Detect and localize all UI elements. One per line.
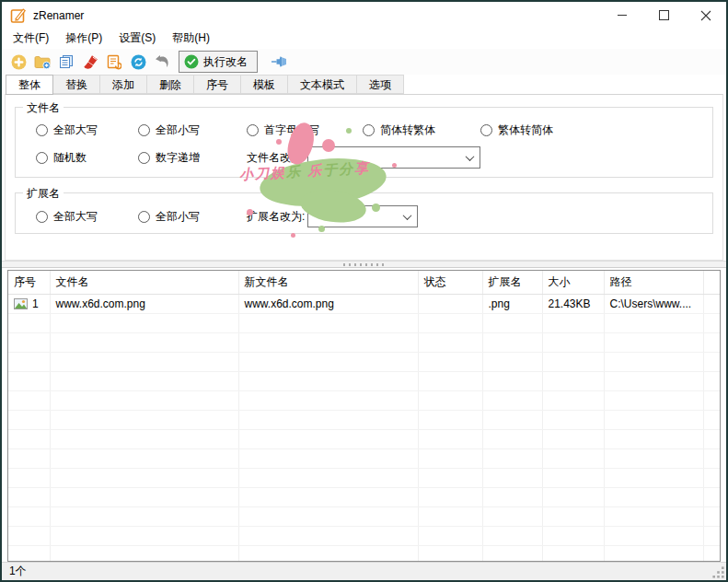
table-row-empty [8,314,720,333]
brush-icon [83,54,98,70]
minimize-button[interactable] [602,2,643,29]
resize-grip-icon[interactable] [712,566,724,578]
radio-label: 全部大写 [53,122,98,138]
radio-label: 简体转繁体 [380,122,435,138]
extension-change-label: 扩展名改为: [247,209,305,225]
radio-icon [36,211,48,223]
cell-size: 21.43KB [542,295,604,314]
close-button[interactable] [685,2,726,29]
table-row-empty [8,507,720,527]
add-files-button[interactable] [6,51,30,73]
radio-label: 全部小写 [156,209,200,225]
radio-random-number[interactable]: 随机数 [36,150,138,166]
tab-number[interactable]: 序号 [194,75,241,94]
menu-operation[interactable]: 操作(P) [57,28,110,49]
file-list-button[interactable] [54,51,78,73]
filename-group-title: 文件名 [23,100,64,116]
radio-simplified-to-traditional[interactable]: 简体转繁体 [363,122,480,138]
add-circle-icon [11,54,27,70]
radio-number-increment[interactable]: 数字递增 [138,150,247,166]
cell-extension: .png [482,295,542,314]
app-window: zRenamer 文件(F) 操作(P) 设置(S) 帮助(H) [0,0,728,582]
window-title: zRenamer [33,9,84,22]
table-row-empty [8,372,720,391]
radio-label: 全部小写 [156,122,200,138]
radio-icon [247,124,259,136]
tab-add[interactable]: 添加 [100,75,147,94]
column-header-status[interactable]: 状态 [418,271,482,295]
panel-splitter[interactable] [2,261,726,268]
column-header-new-filename[interactable]: 新文件名 [238,271,418,295]
add-folder-button[interactable] [30,51,54,73]
radio-icon [480,124,492,136]
column-header-filename[interactable]: 文件名 [50,271,238,295]
tab-delete[interactable]: 删除 [147,75,194,94]
radio-filename-capitalize[interactable]: 首字母大写 [247,122,363,138]
add-folder-icon [34,54,52,70]
tab-replace[interactable]: 替换 [53,75,100,94]
chevron-down-icon [466,152,475,161]
clear-list-button[interactable] [78,51,102,73]
close-icon [700,10,711,21]
pin-button[interactable] [267,51,291,73]
cell-status [418,295,482,314]
check-circle-icon [184,54,199,69]
undo-button[interactable] [150,51,174,73]
execute-rename-label: 执行改名 [203,54,248,70]
table-row-empty [8,333,720,353]
cell-path: C:\Users\www.... [604,295,703,314]
maximize-icon [659,10,669,20]
radio-icon [138,124,150,136]
splitter-grip-icon [343,263,386,266]
cell-index: 1 [32,297,39,310]
tab-panel-whole: 文件名 全部大写 全部小写 首字母大写 简体转繁体 [5,94,723,261]
table-row-empty [8,469,720,488]
column-header-filler [703,271,720,295]
tab-options[interactable]: 选项 [357,75,404,94]
menu-settings[interactable]: 设置(S) [110,28,164,49]
table-empty-body [8,314,720,563]
radio-icon [36,152,48,164]
file-count-label: 1个 [9,564,27,579]
refresh-circle-icon [131,54,146,70]
filename-change-combobox[interactable] [307,146,480,169]
radio-icon [138,211,150,223]
menu-file[interactable]: 文件(F) [5,28,57,49]
radio-icon [138,152,150,164]
column-header-size[interactable]: 大小 [542,271,604,295]
menu-bar: 文件(F) 操作(P) 设置(S) 帮助(H) [2,29,726,49]
radio-label: 数字递增 [156,150,200,166]
tab-text-mode[interactable]: 文本模式 [288,75,357,94]
toolbar: 执行改名 [2,49,726,75]
tab-template[interactable]: 模板 [241,75,288,94]
column-header-index[interactable]: 序号 [8,271,50,295]
table-row-file[interactable]: 1 www.x6d.com.png www.x6d.com.png .png 2… [8,295,720,314]
radio-label: 繁体转简体 [498,122,553,138]
extension-options-row: 全部大写 全部小写 扩展名改为: [16,205,712,227]
radio-label: 随机数 [53,150,87,166]
tab-whole[interactable]: 整体 [6,75,53,95]
menu-help[interactable]: 帮助(H) [164,28,218,49]
table-row-empty [8,527,720,546]
radio-icon [36,124,48,136]
image-file-icon [14,298,28,309]
radio-extension-uppercase[interactable]: 全部大写 [36,209,138,225]
radio-traditional-to-simplified[interactable]: 繁体转简体 [480,122,553,138]
extension-change-combobox[interactable] [307,205,418,227]
execute-rename-button[interactable]: 执行改名 [179,51,258,73]
app-pencil-icon [10,7,27,24]
table-header-row: 序号 文件名 新文件名 状态 扩展名 大小 路径 [8,271,720,295]
maximize-button[interactable] [643,2,685,29]
radio-filename-lowercase[interactable]: 全部小写 [138,122,247,138]
radio-filename-uppercase[interactable]: 全部大写 [36,122,138,138]
radio-extension-lowercase[interactable]: 全部小写 [138,209,247,225]
column-header-path[interactable]: 路径 [604,271,703,295]
window-controls [602,2,726,29]
pushpin-icon [271,55,288,68]
refresh-list-button[interactable] [102,51,126,73]
cell-new-filename: www.x6d.com.png [238,295,418,314]
documents-icon [59,54,74,69]
column-header-extension[interactable]: 扩展名 [482,271,542,295]
tab-strip: 整体 替换 添加 删除 序号 模板 文本模式 选项 [2,75,726,94]
refresh-button[interactable] [126,51,150,73]
